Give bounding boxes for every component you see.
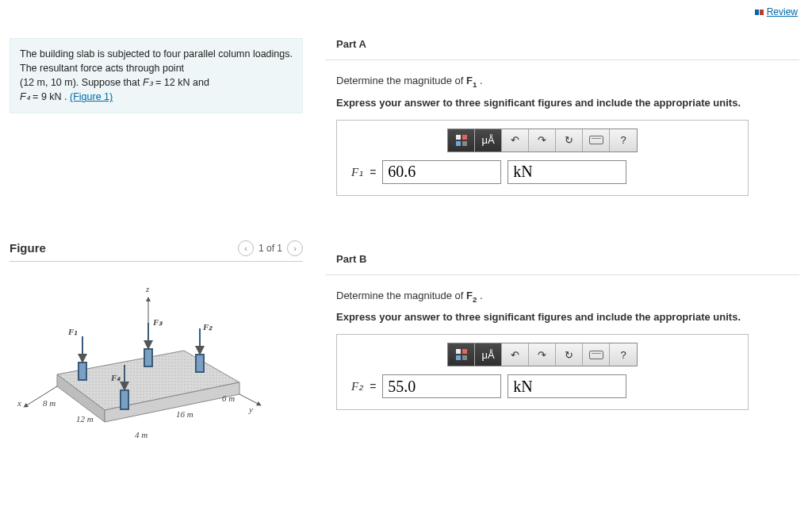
part-a-equals: = [370,166,376,178]
figure-prev-button[interactable]: ‹ [238,240,254,256]
redo-button[interactable]: ↷ [529,343,556,366]
review-label: Review [767,6,798,17]
part-b-var-label: F₂ [351,379,363,393]
figure-next-button[interactable]: › [287,240,303,256]
figure-link[interactable]: (Figure 1) [70,91,113,102]
problem-line1: The building slab is subjected to four p… [20,48,293,74]
svg-rect-18 [456,141,461,146]
part-a-unit-input[interactable] [508,160,626,184]
keyboard-button[interactable] [583,343,610,366]
figure-pager: ‹ 1 of 1 › [238,240,303,256]
part-a-var-label: F₁ [351,165,363,179]
axis-z-label: z [146,284,149,293]
part-a-instruction: Express your answer to three significant… [336,97,790,109]
part-b-instruction: Express your answer to three significant… [336,311,790,323]
part-b-title: Part B [325,244,799,275]
templates-button[interactable] [448,129,475,152]
axis-y-label: y [249,405,253,414]
keyboard-button[interactable] [583,129,610,152]
reset-button[interactable]: ↻ [556,343,583,366]
part-b-answer-area: μÅ ↶ ↷ ↻ ? F₂ = [336,334,749,410]
part-a-value-input[interactable] [382,160,501,184]
force-f2-label: F₂ [203,322,212,332]
templates-button[interactable] [448,343,475,366]
part-b-value-input[interactable] [382,374,501,398]
problem-f4-var: F₄ [20,91,30,102]
svg-rect-22 [456,355,461,360]
dim-16m: 16 m [176,409,193,419]
dim-4m: 4 m [135,430,147,439]
undo-button[interactable]: ↶ [502,343,529,366]
units-button[interactable]: μÅ [475,343,502,366]
part-a-title: Part A [325,29,799,60]
svg-rect-23 [462,355,467,360]
part-b-equals: = [370,380,376,393]
review-link[interactable]: Review [755,6,798,17]
part-b-unit-input[interactable] [508,374,626,398]
problem-line2a: (12 m, 10 m). Suppose that [20,77,143,88]
svg-rect-8 [79,362,86,380]
part-a-answer-area: μÅ ↶ ↷ ↻ ? F₁ = [336,120,749,196]
figure-header: Figure ‹ 1 of 1 › [10,240,303,262]
part-b-toolbar: μÅ ↶ ↷ ↻ ? [447,343,638,366]
problem-f3-var: F₃ [143,77,153,88]
keyboard-icon [589,136,603,144]
figure-pager-text: 1 of 1 [259,243,282,254]
figure-heading: Figure [10,241,46,255]
part-b: Part B Determine the magnitude of F2 . E… [325,244,801,411]
redo-button[interactable]: ↷ [529,129,556,152]
dim-8m: 8 m [43,398,56,408]
units-button[interactable]: μÅ [475,129,502,152]
figure-diagram: z x y F₁ F₃ F₂ F₄ 8 m 12 m 16 m 6 m 4 m [10,279,271,454]
svg-rect-10 [144,349,152,366]
help-button[interactable]: ? [610,129,637,152]
help-button[interactable]: ? [610,343,637,366]
force-f3-label: F₃ [153,317,162,328]
svg-rect-20 [456,349,461,354]
keyboard-icon [589,351,603,359]
problem-and: and [190,77,209,88]
part-b-question: Determine the magnitude of F2 . [336,290,790,304]
svg-rect-14 [121,390,128,409]
part-a: Part A Determine the magnitude of F1 . E… [325,29,801,196]
dim-12m: 12 m [76,414,94,424]
part-a-toolbar: μÅ ↶ ↷ ↻ ? [447,128,638,152]
undo-button[interactable]: ↶ [502,129,529,152]
force-f4-label: F₄ [111,373,120,383]
review-icon [755,10,764,15]
reset-button[interactable]: ↻ [556,129,583,152]
problem-statement: The building slab is subjected to four p… [10,38,303,113]
svg-rect-21 [462,349,467,354]
problem-f3-eq: = 12 kN [153,77,190,88]
svg-rect-19 [462,141,467,146]
svg-rect-17 [462,135,467,140]
svg-rect-16 [456,135,461,140]
dim-6m: 6 m [222,393,235,403]
problem-f4-eq: = 9 kN . [30,91,70,102]
svg-line-7 [239,394,259,405]
svg-rect-12 [196,355,204,372]
part-a-question: Determine the magnitude of F1 . [336,75,790,89]
force-f1-label: F₁ [68,327,77,337]
axis-x-label: x [17,398,21,408]
